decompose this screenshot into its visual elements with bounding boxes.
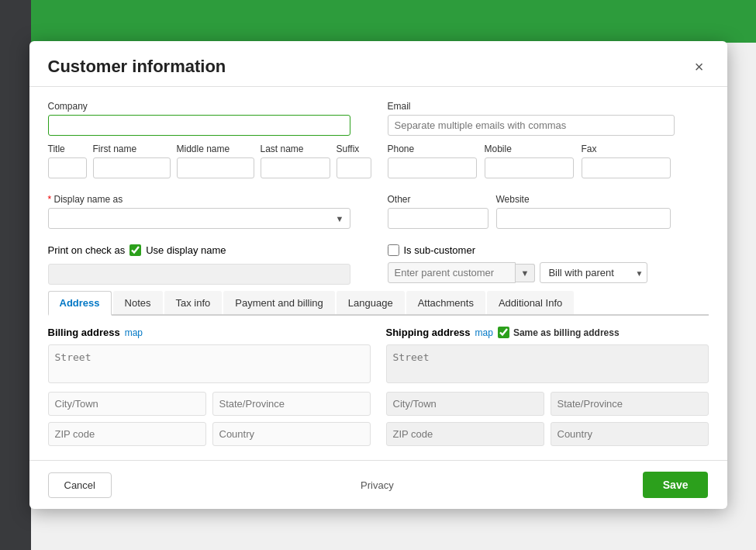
print-subcustomer-row: Print on check as Use display name Is su… [48, 244, 709, 285]
displayname-other-row: * Display name as ▼ Other [48, 194, 709, 237]
title-group: Title [48, 144, 87, 178]
other-website-row: Other Website [388, 194, 709, 229]
shipping-country-input[interactable] [551, 422, 709, 446]
shipping-street-input[interactable] [386, 344, 709, 383]
name-col: Title First name Middle name Last n [48, 144, 374, 186]
print-check-input[interactable] [48, 264, 350, 285]
parent-customer-row: ▼ Bill with parent Bill this customer ▼ [388, 262, 709, 283]
customer-information-modal: Customer information × Company Email [29, 41, 727, 509]
shipping-address-title: Shipping address [386, 327, 471, 338]
other-label: Other [388, 194, 488, 205]
parent-input-wrap: ▼ [388, 262, 536, 283]
display-name-group: * Display name as ▼ [48, 194, 374, 229]
shipping-zip-input[interactable] [386, 422, 544, 446]
is-sub-customer-checkbox[interactable] [388, 244, 399, 256]
first-name-group: First name [93, 144, 171, 178]
suffix-group: Suffix [337, 144, 371, 178]
email-input[interactable] [388, 115, 675, 136]
shipping-state-input[interactable] [551, 392, 709, 416]
email-group: Email [388, 101, 709, 136]
other-website-col: Other Website [388, 194, 709, 237]
same-as-billing-checkbox[interactable] [498, 327, 509, 338]
modal-body: Company Email Title [29, 87, 727, 460]
first-name-input[interactable] [93, 157, 171, 178]
company-label: Company [48, 101, 374, 112]
fax-group: Fax [582, 144, 671, 178]
name-phone-row: Title First name Middle name Last n [48, 144, 709, 186]
other-group: Other [388, 194, 488, 229]
company-group: Company [48, 101, 374, 136]
parent-customer-input[interactable] [388, 262, 516, 283]
tab-bar: Address Notes Tax info Payment and billi… [48, 291, 709, 316]
modal-footer: Cancel Privacy Save [29, 460, 727, 509]
middle-name-input[interactable] [177, 157, 254, 178]
save-button[interactable]: Save [643, 472, 709, 498]
display-name-label: * Display name as [48, 194, 374, 205]
display-name-select[interactable] [48, 208, 350, 229]
shipping-address-col: Shipping address map Same as billing add… [386, 327, 709, 452]
phone-group: Phone [388, 144, 477, 178]
tab-payment-billing[interactable]: Payment and billing [223, 291, 334, 314]
billing-state-input[interactable] [212, 392, 371, 416]
same-as-billing-label: Same as billing address [513, 327, 620, 338]
is-sub-customer-label: Is sub-customer [404, 244, 475, 256]
phone-input[interactable] [388, 157, 477, 178]
email-label: Email [388, 101, 709, 112]
company-email-row: Company Email [48, 101, 709, 136]
privacy-link[interactable]: Privacy [361, 479, 394, 491]
website-group: Website [496, 194, 671, 229]
suffix-input[interactable] [337, 157, 371, 178]
phone-col: Phone Mobile Fax [388, 144, 709, 186]
tab-language[interactable]: Language [337, 291, 405, 314]
billing-city-state-row [48, 392, 371, 416]
use-display-name-label: Use display name [146, 244, 226, 256]
modal-title: Customer information [48, 57, 226, 77]
shipping-map-link[interactable]: map [475, 327, 493, 338]
billing-map-link[interactable]: map [125, 327, 143, 338]
mobile-label: Mobile [485, 144, 574, 154]
website-label: Website [496, 194, 671, 205]
name-fields: Title First name Middle name Last n [48, 144, 374, 178]
print-check-row: Print on check as Use display name [48, 244, 374, 256]
title-input[interactable] [48, 157, 87, 178]
company-input[interactable] [48, 115, 350, 136]
print-check-col: Print on check as Use display name [48, 244, 374, 285]
shipping-zip-country-row [386, 422, 709, 446]
modal-header: Customer information × [29, 41, 727, 87]
tab-additional-info[interactable]: Additional Info [487, 291, 574, 314]
company-col: Company [48, 101, 374, 136]
suffix-label: Suffix [337, 144, 371, 154]
cancel-button[interactable]: Cancel [48, 472, 112, 498]
displayname-col: * Display name as ▼ [48, 194, 374, 229]
billing-street-input[interactable] [48, 344, 371, 383]
shipping-city-input[interactable] [386, 392, 544, 416]
billing-city-input[interactable] [48, 392, 206, 416]
tab-tax-info[interactable]: Tax info [164, 291, 223, 314]
print-check-label: Print on check as [48, 244, 126, 256]
email-col: Email [388, 101, 709, 136]
fax-input[interactable] [582, 157, 671, 178]
close-button[interactable]: × [690, 57, 709, 76]
bill-with-parent-select[interactable]: Bill with parent Bill this customer [540, 262, 647, 283]
tab-attachments[interactable]: Attachments [406, 291, 485, 314]
last-name-label: Last name [261, 144, 330, 154]
tab-notes[interactable]: Notes [113, 291, 163, 314]
website-input[interactable] [496, 208, 671, 229]
billing-zip-input[interactable] [48, 422, 206, 446]
last-name-group: Last name [261, 144, 330, 178]
phone-label: Phone [388, 144, 477, 154]
address-section: Billing address map [48, 327, 709, 452]
middle-name-label: Middle name [177, 144, 254, 154]
tab-address[interactable]: Address [48, 291, 112, 316]
parent-dropdown-button[interactable]: ▼ [516, 264, 536, 282]
title-label: Title [48, 144, 87, 154]
other-input[interactable] [388, 208, 488, 229]
last-name-input[interactable] [261, 157, 330, 178]
use-display-name-checkbox[interactable] [129, 244, 141, 256]
required-star: * [48, 194, 52, 205]
shipping-header: Shipping address map Same as billing add… [386, 327, 709, 338]
fax-label: Fax [582, 144, 671, 154]
mobile-input[interactable] [485, 157, 574, 178]
first-name-label: First name [93, 144, 171, 154]
billing-country-input[interactable] [212, 422, 371, 446]
